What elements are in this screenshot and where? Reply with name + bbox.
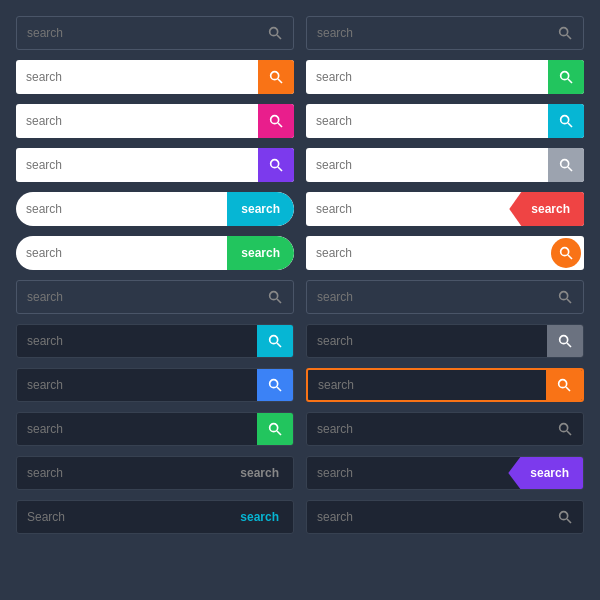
search-button-r12-right[interactable] <box>547 501 583 533</box>
search-input-r10-right[interactable] <box>307 413 547 445</box>
svg-line-21 <box>567 299 571 303</box>
search-bar-r12-right <box>306 500 584 534</box>
search-button-r8-right[interactable] <box>547 325 583 357</box>
search-input-r8-right[interactable] <box>307 325 547 357</box>
search-button-r9-right[interactable] <box>546 370 582 400</box>
search-input-r2-left[interactable] <box>16 60 258 94</box>
search-bar-r1-right <box>306 16 584 50</box>
search-button-r4-right[interactable] <box>548 148 584 182</box>
search-bar-r6-left: search <box>16 236 294 270</box>
search-button-r12-left[interactable]: search <box>226 501 293 533</box>
svg-line-9 <box>278 123 282 127</box>
search-bar-r5-right: search <box>306 192 584 226</box>
search-button-r10-left[interactable] <box>257 413 293 445</box>
search-button-r3-left[interactable] <box>258 104 294 138</box>
search-button-r7-left[interactable] <box>257 281 293 313</box>
search-input-r9-right[interactable] <box>308 370 546 400</box>
search-input-r4-right[interactable] <box>306 148 548 182</box>
search-input-r5-left[interactable] <box>16 192 227 226</box>
search-input-r12-right[interactable] <box>307 501 547 533</box>
search-input-r7-right[interactable] <box>307 281 547 313</box>
svg-point-10 <box>561 116 569 124</box>
svg-point-34 <box>560 512 568 520</box>
search-bar-r4-right <box>306 148 584 182</box>
search-input-r10-left[interactable] <box>17 413 257 445</box>
search-button-r6-left[interactable]: search <box>227 236 294 270</box>
svg-line-29 <box>566 387 570 391</box>
svg-point-28 <box>559 380 567 388</box>
svg-line-1 <box>277 35 281 39</box>
search-button-r3-right[interactable] <box>548 104 584 138</box>
svg-line-3 <box>567 35 571 39</box>
search-button-r5-left[interactable]: search <box>227 192 294 226</box>
search-input-r11-left[interactable] <box>17 457 226 489</box>
search-input-r8-left[interactable] <box>17 325 257 357</box>
svg-point-26 <box>270 380 278 388</box>
search-bar-r6-right <box>306 236 584 270</box>
search-button-r6-right[interactable] <box>551 238 581 268</box>
svg-line-11 <box>568 123 572 127</box>
search-input-r5-right[interactable] <box>306 192 509 226</box>
search-input-r6-left[interactable] <box>16 236 227 270</box>
search-button-r8-left[interactable] <box>257 325 293 357</box>
search-input-r7-left[interactable] <box>17 281 257 313</box>
svg-line-7 <box>568 79 572 83</box>
search-bar-r5-left: search <box>16 192 294 226</box>
search-input-r11-right[interactable] <box>307 457 508 489</box>
search-bar-r8-left <box>16 324 294 358</box>
search-input-r3-left[interactable] <box>16 104 258 138</box>
svg-point-32 <box>560 424 568 432</box>
search-button-r2-right[interactable] <box>548 60 584 94</box>
search-button-r10-right[interactable] <box>547 413 583 445</box>
svg-point-30 <box>270 424 278 432</box>
svg-point-6 <box>561 72 569 80</box>
svg-line-15 <box>568 167 572 171</box>
search-button-r11-left[interactable]: search <box>226 457 293 489</box>
search-input-r1-left[interactable] <box>17 17 257 49</box>
search-input-r1-right[interactable] <box>307 17 547 49</box>
svg-line-17 <box>568 255 572 259</box>
search-button-r11-right[interactable]: search <box>508 457 583 489</box>
search-bar-r2-right <box>306 60 584 94</box>
search-bar-r1-left <box>16 16 294 50</box>
svg-point-22 <box>270 336 278 344</box>
svg-line-31 <box>277 431 281 435</box>
search-bar-r11-right: search <box>306 456 584 490</box>
svg-line-35 <box>567 519 571 523</box>
svg-point-4 <box>271 72 279 80</box>
svg-line-5 <box>278 79 282 83</box>
svg-point-12 <box>271 160 279 168</box>
svg-point-2 <box>560 28 568 36</box>
search-input-r4-left[interactable] <box>16 148 258 182</box>
search-bar-r11-left: search <box>16 456 294 490</box>
search-button-r2-left[interactable] <box>258 60 294 94</box>
search-button-r5-right[interactable]: search <box>509 192 584 226</box>
svg-point-14 <box>561 160 569 168</box>
search-bar-r3-left <box>16 104 294 138</box>
search-button-r9-left[interactable] <box>257 369 293 401</box>
search-bar-r8-right <box>306 324 584 358</box>
svg-point-0 <box>270 28 278 36</box>
search-bars-grid: search search search <box>16 16 584 534</box>
search-bar-r10-left <box>16 412 294 446</box>
svg-line-23 <box>277 343 281 347</box>
search-bar-r9-left <box>16 368 294 402</box>
svg-line-25 <box>567 343 571 347</box>
search-input-r6-right[interactable] <box>306 236 551 270</box>
search-input-r12-left[interactable] <box>17 501 226 533</box>
svg-point-20 <box>560 292 568 300</box>
search-input-r3-right[interactable] <box>306 104 548 138</box>
svg-line-33 <box>567 431 571 435</box>
search-button-r1-right[interactable] <box>547 17 583 49</box>
search-bar-r7-left <box>16 280 294 314</box>
search-input-r9-left[interactable] <box>17 369 257 401</box>
search-button-r1-left[interactable] <box>257 17 293 49</box>
search-button-r4-left[interactable] <box>258 148 294 182</box>
search-bar-r7-right <box>306 280 584 314</box>
search-input-r2-right[interactable] <box>306 60 548 94</box>
search-bar-r2-left <box>16 60 294 94</box>
search-button-r7-right[interactable] <box>547 281 583 313</box>
svg-line-27 <box>277 387 281 391</box>
svg-point-8 <box>271 116 279 124</box>
search-bar-r4-left <box>16 148 294 182</box>
